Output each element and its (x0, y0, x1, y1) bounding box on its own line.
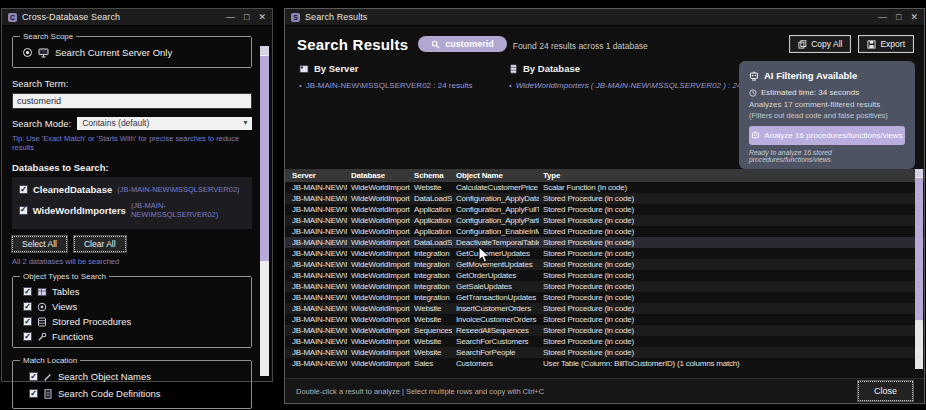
clear-all-button[interactable]: Clear All (74, 236, 126, 252)
object-type-views[interactable]: ✓ Views (23, 301, 243, 312)
table-cell[interactable]: JB-MAIN-NEW\MSSQLS (285, 260, 347, 269)
object-type-stored-procedures[interactable]: ✓ Stored Procedures (23, 316, 243, 327)
table-cell[interactable]: JB-MAIN-NEW\MSSQLS (285, 359, 347, 368)
table-row[interactable]: JB-MAIN-NEW\MSSQLSWideWorldImportersInte… (285, 259, 924, 270)
table-cell[interactable]: JB-MAIN-NEW\MSSQLS (285, 348, 347, 357)
column-header-server[interactable]: Server (285, 171, 347, 180)
minimize-icon[interactable]: — (878, 13, 887, 22)
database-item-wideworldimporters[interactable]: ✓ WideWorldImporters (JB-MAIN-NEW\MSSQLS… (19, 201, 245, 219)
table-cell[interactable]: Website (410, 337, 452, 346)
table-row[interactable]: JB-MAIN-NEW\MSSQLSWideWorldImportersSale… (285, 358, 924, 369)
table-cell[interactable]: WideWorldImporters (347, 238, 410, 247)
checkbox-checked-icon[interactable]: ✓ (29, 389, 38, 398)
match-code-definitions[interactable]: ✓ Search Code Definitions (29, 388, 243, 399)
checkbox-checked-icon[interactable]: ✓ (19, 206, 28, 215)
table-cell[interactable]: WideWorldImporters (347, 183, 410, 192)
table-cell[interactable]: WideWorldImporters (347, 337, 410, 346)
column-header-type[interactable]: Type (539, 171, 924, 180)
table-cell[interactable]: JB-MAIN-NEW\MSSQLS (285, 194, 347, 203)
table-cell[interactable]: SearchForCustomers (452, 337, 539, 346)
table-cell[interactable]: JB-MAIN-NEW\MSSQLS (285, 249, 347, 258)
table-cell[interactable]: Stored Procedure (in code) (539, 227, 924, 236)
table-cell[interactable]: GetMovementUpdates (452, 260, 539, 269)
table-cell[interactable]: User Table (Column: BillToCustomerID) (1… (539, 359, 924, 368)
table-row[interactable]: JB-MAIN-NEW\MSSQLSWideWorldImportersWebs… (285, 303, 924, 314)
table-cell[interactable]: WideWorldImporters (347, 249, 410, 258)
table-cell[interactable]: Website (410, 315, 452, 324)
search-mode-dropdown[interactable]: Contains (default) ▼ (77, 117, 252, 130)
scroll-up-icon[interactable] (260, 46, 269, 55)
table-cell[interactable]: Website (410, 348, 452, 357)
table-cell[interactable]: SearchForPeople (452, 348, 539, 357)
right-titlebar[interactable]: S Search Results — □ ✕ (285, 9, 924, 26)
search-term-input[interactable] (12, 93, 252, 109)
table-cell[interactable]: Configuration_ApplyDataLoadSin (452, 194, 539, 203)
table-cell[interactable]: Stored Procedure (in code) (539, 337, 924, 346)
table-cell[interactable]: Sales (410, 359, 452, 368)
select-all-button[interactable]: Select All (12, 236, 67, 252)
table-cell[interactable]: Integration (410, 260, 452, 269)
database-item-cleaneddatabase[interactable]: ✓ CleanedDatabase (JB-MAIN-NEW\MSSQLSERV… (19, 184, 245, 195)
search-term-chip[interactable]: customerid (418, 36, 507, 52)
table-row[interactable]: JB-MAIN-NEW\MSSQLSWideWorldImportersInte… (285, 248, 924, 259)
table-cell[interactable]: WideWorldImporters (347, 293, 410, 302)
table-cell[interactable]: Stored Procedure (in code) (539, 315, 924, 324)
table-cell[interactable]: JB-MAIN-NEW\MSSQLS (285, 282, 347, 291)
table-cell[interactable]: JB-MAIN-NEW\MSSQLS (285, 216, 347, 225)
table-cell[interactable]: InsertCustomerOrders (452, 304, 539, 313)
table-cell[interactable]: Application (410, 216, 452, 225)
table-cell[interactable]: Stored Procedure (in code) (539, 260, 924, 269)
table-cell[interactable]: Stored Procedure (in code) (539, 194, 924, 203)
table-cell[interactable]: ReseedAllSequences (452, 326, 539, 335)
table-cell[interactable]: Application (410, 227, 452, 236)
close-icon[interactable]: ✕ (258, 13, 266, 22)
object-type-functions[interactable]: ✓ Functions (23, 331, 243, 342)
table-cell[interactable]: Stored Procedure (in code) (539, 326, 924, 335)
table-row[interactable]: JB-MAIN-NEW\MSSQLSWideWorldImportersAppl… (285, 226, 924, 237)
table-cell[interactable]: DeactivateTemporalTablesBeforeI (452, 238, 539, 247)
table-cell[interactable]: GetTransactionUpdates (452, 293, 539, 302)
table-cell[interactable]: JB-MAIN-NEW\MSSQLS (285, 205, 347, 214)
table-cell[interactable]: Stored Procedure (in code) (539, 271, 924, 280)
table-row[interactable]: JB-MAIN-NEW\MSSQLSWideWorldImportersWebs… (285, 347, 924, 358)
table-cell[interactable]: Integration (410, 282, 452, 291)
table-cell[interactable]: JB-MAIN-NEW\MSSQLS (285, 315, 347, 324)
checkbox-checked-icon[interactable]: ✓ (23, 332, 32, 341)
table-cell[interactable]: WideWorldImporters (347, 282, 410, 291)
table-cell[interactable]: WideWorldImporters (347, 205, 410, 214)
table-cell[interactable]: Configuration_EnableInMemory (452, 227, 539, 236)
close-button[interactable]: Close (858, 381, 913, 401)
table-cell[interactable]: GetSaleUpdates (452, 282, 539, 291)
table-row[interactable]: JB-MAIN-NEW\MSSQLSWideWorldImportersWebs… (285, 314, 924, 325)
checkbox-checked-icon[interactable]: ✓ (29, 372, 38, 381)
match-object-names[interactable]: ✓ Search Object Names (29, 371, 243, 382)
table-row[interactable]: JB-MAIN-NEW\MSSQLSWideWorldImportersInte… (285, 270, 924, 281)
table-cell[interactable]: WideWorldImporters (347, 348, 410, 357)
by-database-item[interactable]: •WideWorldImporters ( JB-MAIN-NEW\MSSQLS… (509, 81, 767, 90)
table-cell[interactable]: DataLoadSimula (410, 238, 452, 247)
table-cell[interactable]: Stored Procedure (in code) (539, 348, 924, 357)
table-row[interactable]: JB-MAIN-NEW\MSSQLSWideWorldImportersWebs… (285, 182, 924, 193)
table-cell[interactable]: Sequences (410, 326, 452, 335)
table-cell[interactable]: WideWorldImporters (347, 271, 410, 280)
table-cell[interactable]: Stored Procedure (in code) (539, 238, 924, 247)
table-cell[interactable]: CalculateCustomerPrice (452, 183, 539, 192)
checkbox-checked-icon[interactable]: ✓ (23, 287, 32, 296)
table-cell[interactable]: Integration (410, 249, 452, 258)
analyze-button[interactable]: Analyze 16 procedures/functions/views (749, 126, 905, 145)
table-cell[interactable]: JB-MAIN-NEW\MSSQLS (285, 293, 347, 302)
scroll-up-icon[interactable] (915, 169, 923, 177)
table-cell[interactable]: Stored Procedure (in code) (539, 293, 924, 302)
table-row[interactable]: JB-MAIN-NEW\MSSQLSWideWorldImportersData… (285, 193, 924, 204)
table-cell[interactable]: WideWorldImporters (347, 326, 410, 335)
table-cell[interactable]: Stored Procedure (in code) (539, 249, 924, 258)
table-cell[interactable]: Application (410, 205, 452, 214)
table-cell[interactable]: Configuration_ApplyFullTextInde (452, 205, 539, 214)
checkbox-checked-icon[interactable]: ✓ (23, 302, 32, 311)
scrollbar-thumb[interactable] (915, 178, 923, 320)
table-cell[interactable]: Stored Procedure (in code) (539, 304, 924, 313)
table-cell[interactable]: WideWorldImporters (347, 227, 410, 236)
table-cell[interactable]: InvoiceCustomerOrders (452, 315, 539, 324)
table-row[interactable]: JB-MAIN-NEW\MSSQLSWideWorldImportersAppl… (285, 204, 924, 215)
table-cell[interactable]: Customers (452, 359, 539, 368)
